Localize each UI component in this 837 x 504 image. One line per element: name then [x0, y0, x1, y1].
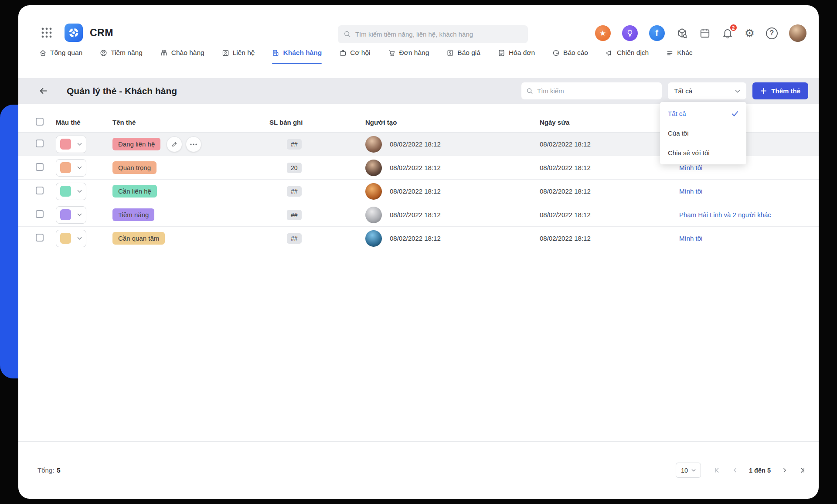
global-search[interactable] — [338, 25, 528, 43]
nav-hoa-don[interactable]: Hóa đơn — [498, 49, 535, 64]
shared-with[interactable]: Phạm Hải Linh và 2 người khác — [679, 211, 771, 218]
row-checkbox[interactable] — [36, 210, 44, 218]
edit-button[interactable] — [167, 136, 182, 152]
first-page-button[interactable] — [714, 467, 721, 474]
row-checkbox[interactable] — [36, 140, 44, 147]
select-all-checkbox[interactable] — [36, 118, 44, 126]
add-card-button[interactable]: Thêm thẻ — [752, 82, 808, 99]
invoice-doc-icon — [498, 49, 505, 57]
dropdown-option-mine[interactable]: Của tôi — [660, 123, 746, 143]
table-search[interactable] — [521, 82, 662, 99]
card-tag[interactable]: Cần quan tâm — [112, 232, 165, 245]
record-count: ## — [287, 186, 302, 197]
card-tag[interactable]: Tiềm năng — [112, 208, 154, 221]
quote-doc-icon — [446, 49, 454, 57]
row-checkbox[interactable] — [36, 187, 44, 194]
page-header: Quản lý thẻ - Khách hàng Tất cả Thêm thẻ — [18, 78, 819, 104]
total-count: Tổng:5 — [37, 467, 61, 474]
app-launcher-icon[interactable] — [41, 27, 52, 38]
menu-icon — [666, 49, 674, 57]
chevron-down-icon — [735, 89, 740, 93]
page-range: 1 đến 5 — [749, 467, 771, 474]
facebook-icon[interactable]: f — [649, 25, 665, 41]
help-icon[interactable]: ? — [766, 27, 778, 39]
chevron-down-icon — [691, 469, 696, 472]
users-icon — [160, 49, 168, 57]
previous-page-button[interactable] — [732, 467, 738, 474]
nav-tiem-nang[interactable]: Tiềm năng — [100, 49, 143, 64]
row-checkbox[interactable] — [36, 163, 44, 171]
app-title: CRM — [90, 27, 113, 39]
creator-avatar — [365, 230, 382, 247]
nav-lien-he[interactable]: Liên hệ — [222, 49, 255, 64]
creator-avatar — [365, 183, 382, 200]
notifications-bell-icon[interactable]: 2 — [722, 27, 733, 39]
nav-co-hoi[interactable]: Cơ hội — [339, 49, 370, 64]
color-select[interactable] — [56, 183, 86, 200]
dropdown-option-all[interactable]: Tất cả — [660, 104, 746, 123]
calendar-icon[interactable] — [699, 27, 711, 39]
modified-date: 08/02/2022 18:12 — [540, 235, 679, 242]
check-icon — [732, 111, 738, 116]
nav-chao-hang[interactable]: Chào hàng — [160, 49, 204, 64]
chevron-down-icon — [77, 237, 82, 240]
shared-with[interactable]: Mình tôi — [679, 235, 702, 242]
col-header-color: Màu thẻ — [56, 119, 112, 126]
notification-count-badge: 2 — [729, 24, 738, 32]
record-count: ## — [287, 210, 302, 220]
topbar-actions: ★ f 2 ⚙ ? — [595, 24, 806, 42]
color-select[interactable] — [56, 206, 86, 224]
crm-logo-icon — [65, 24, 83, 42]
color-swatch — [60, 162, 71, 173]
shared-with[interactable]: Mình tôi — [679, 164, 702, 171]
page-size-select[interactable]: 10 — [676, 463, 701, 478]
nav-bao-cao[interactable]: Báo cáo — [552, 49, 588, 64]
owner-filter-select[interactable]: Tất cả — [668, 82, 746, 99]
next-page-button[interactable] — [781, 467, 788, 474]
building-icon — [272, 49, 279, 57]
contact-card-icon — [222, 49, 229, 57]
last-page-button[interactable] — [798, 467, 806, 474]
product-cube-icon[interactable] — [676, 27, 688, 39]
owner-filter-dropdown: Tất cả Của tôi Chia sẻ với tôi — [660, 102, 746, 164]
chevron-down-icon — [77, 143, 82, 146]
color-select[interactable] — [56, 159, 86, 177]
nav-tong-quan[interactable]: Tổng quan — [39, 49, 82, 64]
nav-bao-gia[interactable]: Báo giá — [446, 49, 480, 64]
user-avatar[interactable] — [789, 24, 806, 42]
favorites-icon[interactable]: ★ — [595, 25, 611, 41]
card-tag[interactable]: Cần liên hệ — [112, 185, 157, 198]
creator-avatar — [365, 207, 382, 223]
home-icon — [39, 49, 47, 57]
back-button[interactable] — [38, 86, 48, 96]
color-swatch — [60, 233, 71, 244]
table-search-input[interactable] — [537, 87, 657, 95]
cart-icon — [388, 49, 396, 57]
topbar: CRM ★ f 2 ⚙ ? — [18, 5, 819, 49]
created-date: 08/02/2022 18:12 — [390, 235, 441, 242]
more-options-button[interactable] — [186, 136, 201, 152]
chevron-down-icon — [77, 213, 82, 216]
created-date: 08/02/2022 18:12 — [390, 187, 441, 195]
dropdown-option-shared[interactable]: Chia sẻ với tôi — [660, 143, 746, 163]
nav-khac[interactable]: Khác — [666, 49, 692, 64]
row-actions — [167, 136, 201, 152]
shared-with[interactable]: Mình tôi — [679, 187, 702, 195]
color-select[interactable] — [56, 136, 86, 153]
row-checkbox[interactable] — [36, 234, 44, 242]
settings-gear-icon[interactable]: ⚙ — [745, 27, 755, 40]
card-tag[interactable]: Quan trọng — [112, 161, 157, 174]
nav-khach-hang[interactable]: Khách hàng — [272, 49, 322, 64]
ellipsis-icon — [190, 143, 197, 145]
nav-don-hang[interactable]: Đơn hàng — [388, 49, 429, 64]
global-search-input[interactable] — [355, 31, 522, 38]
table-row: Tiềm năng ## 08/02/2022 18:12 08/02/2022… — [18, 203, 819, 227]
card-tag[interactable]: Đang liên hệ — [112, 138, 160, 150]
modified-date: 08/02/2022 18:12 — [540, 187, 679, 195]
record-count: ## — [287, 139, 302, 150]
chevron-left-icon — [732, 467, 738, 474]
color-select[interactable] — [56, 230, 86, 247]
lightbulb-icon[interactable] — [622, 25, 638, 41]
nav-chien-dich[interactable]: Chiến dịch — [606, 49, 649, 64]
modified-date: 08/02/2022 18:12 — [540, 164, 679, 171]
